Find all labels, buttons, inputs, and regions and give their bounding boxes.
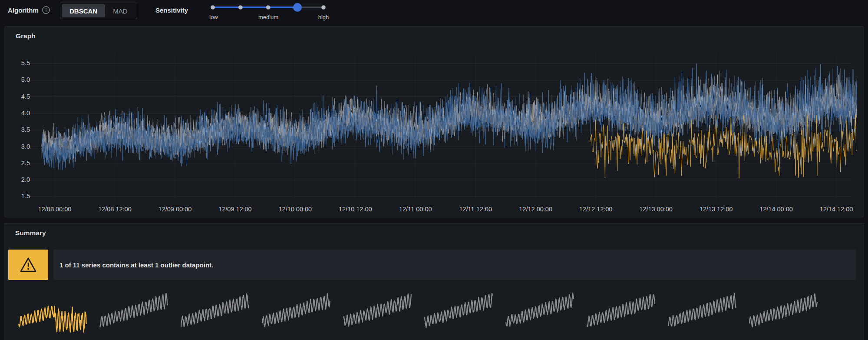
sparkline-series[interactable] <box>504 287 575 334</box>
sparkline-series[interactable] <box>748 287 819 334</box>
outlier-alert-text: 1 of 11 series contains at least 1 outli… <box>59 261 213 269</box>
warning-triangle-icon <box>19 256 38 274</box>
sparkline-series[interactable] <box>179 287 251 334</box>
slider-label-medium: medium <box>258 14 278 20</box>
sparkline-series[interactable] <box>261 287 332 334</box>
sensitivity-slider-track[interactable] <box>210 1 328 14</box>
summary-panel-title: Summary <box>15 229 46 237</box>
x-axis-tick-label: 12/10 12:00 <box>328 206 382 213</box>
warning-icon-box <box>8 250 48 280</box>
algorithm-label: Algorithm <box>8 7 39 14</box>
x-axis-tick-label: 12/13 00:00 <box>629 206 683 213</box>
sparkline-outlier-series[interactable] <box>17 287 88 334</box>
slider-label-high: high <box>318 14 329 20</box>
info-circle-icon[interactable] <box>42 6 50 14</box>
y-axis-tick-label: 4.5 <box>5 93 30 100</box>
y-axis-labels: 5.55.04.54.03.53.02.52.01.5 <box>5 27 30 218</box>
sparkline-series[interactable] <box>98 287 169 334</box>
sensitivity-label: Sensitivity <box>155 7 188 14</box>
sparkline-series[interactable] <box>667 287 738 334</box>
y-axis-tick-label: 3.0 <box>5 143 30 150</box>
x-axis-tick-label: 12/08 00:00 <box>28 206 82 213</box>
algorithm-option-dbscan[interactable]: DBSCAN <box>62 4 105 17</box>
slider-label-low: low <box>209 14 218 20</box>
x-axis-tick-label: 12/14 12:00 <box>809 206 863 213</box>
y-axis-tick-label: 2.5 <box>5 160 30 167</box>
algorithm-option-mad[interactable]: MAD <box>105 4 135 17</box>
x-axis-tick-label: 12/08 12:00 <box>88 206 142 213</box>
outlier-alert: 1 of 11 series contains at least 1 outli… <box>53 250 856 280</box>
y-axis-tick-label: 5.5 <box>5 60 30 67</box>
sparkline-series[interactable] <box>342 287 413 334</box>
sparkline-series[interactable] <box>585 287 657 334</box>
y-axis-tick-label: 5.0 <box>5 76 30 83</box>
x-axis-tick-label: 12/13 12:00 <box>689 206 743 213</box>
algorithm-toggle-group: DBSCAN MAD <box>60 3 137 19</box>
x-axis-tick-label: 12/14 00:00 <box>749 206 803 213</box>
x-axis-tick-label: 12/09 12:00 <box>208 206 262 213</box>
x-axis-tick-label: 12/11 00:00 <box>389 206 442 213</box>
x-axis-tick-label: 12/09 00:00 <box>148 206 202 213</box>
x-axis-tick-label: 12/10 00:00 <box>268 206 322 213</box>
sparkline-row <box>17 287 819 334</box>
graph-panel: Graph 5.55.04.54.03.53.02.52.01.5 12/08 … <box>4 26 864 217</box>
y-axis-tick-label: 4.0 <box>5 110 30 117</box>
y-axis-tick-label: 2.0 <box>5 176 30 183</box>
x-axis-tick-label: 12/12 12:00 <box>569 206 623 213</box>
y-axis-tick-label: 3.5 <box>5 126 30 133</box>
x-axis-tick-label: 12/12 00:00 <box>509 206 563 213</box>
sensitivity-slider[interactable]: low medium high <box>210 1 328 21</box>
graph-chart-svg[interactable] <box>5 27 864 218</box>
x-axis-labels: 12/08 00:0012/08 12:0012/09 00:0012/09 1… <box>5 206 864 215</box>
slider-handle[interactable] <box>293 3 302 12</box>
sparkline-series[interactable] <box>423 287 494 334</box>
y-axis-tick-label: 1.5 <box>5 193 30 200</box>
summary-panel: Summary 1 of 11 series contains at least… <box>4 223 864 340</box>
x-axis-tick-label: 12/11 12:00 <box>449 206 502 213</box>
toolbar: Algorithm DBSCAN MAD Sensitivity low med… <box>0 0 868 24</box>
